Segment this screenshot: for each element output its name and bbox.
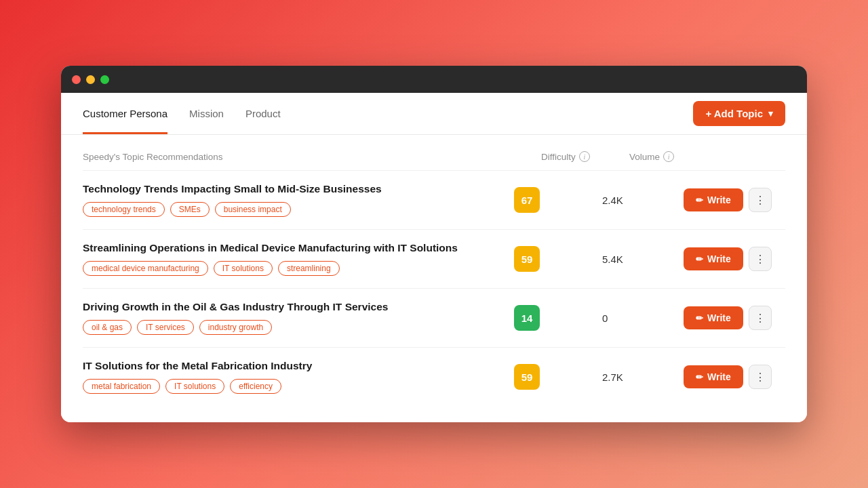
tabs-nav: Customer Persona Mission Product [83, 93, 281, 134]
more-icon: ⋮ [755, 371, 766, 384]
topic-tags: metal fabrication IT solutions efficienc… [83, 379, 514, 394]
write-button[interactable]: ✏ Write [684, 306, 743, 329]
topic-tags: oil & gas IT services industry growth [83, 320, 514, 335]
volume-value: 2.7K [602, 371, 684, 383]
more-icon: ⋮ [755, 312, 766, 325]
tag: metal fabrication [83, 379, 160, 394]
row-actions: ✏ Write ⋮ [684, 247, 785, 271]
tag: IT solutions [165, 379, 224, 394]
topic-title: IT Solutions for the Metal Fabrication I… [83, 360, 514, 372]
tag: oil & gas [83, 320, 132, 335]
difficulty-badge: 59 [514, 246, 540, 272]
difficulty-badge: 59 [514, 364, 540, 390]
volume-info-icon[interactable]: i [663, 151, 674, 162]
tabs-header: Customer Persona Mission Product + Add T… [61, 93, 807, 135]
tag: IT services [137, 320, 194, 335]
more-options-button[interactable]: ⋮ [749, 365, 772, 389]
topic-info: Streamlining Operations in Medical Devic… [83, 242, 514, 276]
volume-value: 5.4K [602, 253, 684, 265]
topic-title: Streamlining Operations in Medical Devic… [83, 242, 514, 254]
topic-title: Technology Trends Impacting Small to Mid… [83, 183, 514, 195]
table-row: Driving Growth in the Oil & Gas Industry… [83, 288, 785, 347]
tag: streamlining [278, 261, 340, 276]
table-row: Streamlining Operations in Medical Devic… [83, 229, 785, 288]
section-label: Speedy's Topic Recommendations [83, 152, 222, 162]
row-actions: ✏ Write ⋮ [684, 306, 785, 330]
table-row: IT Solutions for the Metal Fabrication I… [83, 347, 785, 406]
pencil-icon: ✏ [696, 254, 703, 264]
maximize-dot[interactable] [100, 75, 109, 84]
app-window: Customer Persona Mission Product + Add T… [61, 66, 807, 422]
titlebar [61, 66, 807, 93]
minimize-dot[interactable] [86, 75, 95, 84]
table-row: Technology Trends Impacting Small to Mid… [83, 170, 785, 229]
tag: technology trends [83, 202, 165, 217]
tag: medical device manufacturing [83, 261, 208, 276]
tag: business impact [215, 202, 291, 217]
topic-info: Technology Trends Impacting Small to Mid… [83, 183, 514, 217]
write-button[interactable]: ✏ Write [684, 247, 743, 270]
write-button[interactable]: ✏ Write [684, 365, 743, 388]
topic-tags: medical device manufacturing IT solution… [83, 261, 514, 276]
volume-column-header: Volume [629, 152, 660, 162]
pencil-icon: ✏ [696, 313, 703, 323]
topic-info: Driving Growth in the Oil & Gas Industry… [83, 301, 514, 335]
topic-info: IT Solutions for the Metal Fabrication I… [83, 360, 514, 394]
write-button[interactable]: ✏ Write [684, 188, 743, 211]
more-icon: ⋮ [755, 194, 766, 207]
table-header-row: Speedy's Topic Recommendations Difficult… [83, 146, 785, 170]
tab-customer-persona[interactable]: Customer Persona [83, 93, 167, 134]
row-actions: ✏ Write ⋮ [684, 188, 785, 212]
pencil-icon: ✏ [696, 195, 703, 205]
volume-value: 0 [602, 312, 684, 324]
row-actions: ✏ Write ⋮ [684, 365, 785, 389]
difficulty-badge: 67 [514, 187, 540, 213]
tag: industry growth [199, 320, 272, 335]
tag: IT solutions [214, 261, 273, 276]
more-options-button[interactable]: ⋮ [749, 306, 772, 330]
difficulty-info-icon[interactable]: i [579, 151, 590, 162]
more-options-button[interactable]: ⋮ [749, 247, 772, 271]
tab-mission[interactable]: Mission [189, 93, 224, 134]
tab-product[interactable]: Product [245, 93, 281, 134]
topic-table: Speedy's Topic Recommendations Difficult… [61, 135, 807, 422]
volume-value: 2.4K [602, 195, 684, 206]
close-dot[interactable] [72, 75, 81, 84]
topic-tags: technology trends SMEs business impact [83, 202, 514, 217]
add-topic-button[interactable]: + Add Topic ▾ [693, 101, 785, 126]
chevron-down-icon: ▾ [768, 108, 773, 119]
topic-title: Driving Growth in the Oil & Gas Industry… [83, 301, 514, 313]
main-content: Customer Persona Mission Product + Add T… [61, 93, 807, 422]
pencil-icon: ✏ [696, 372, 703, 382]
tag: SMEs [170, 202, 210, 217]
difficulty-badge: 14 [514, 305, 540, 331]
tag: efficiency [230, 379, 281, 394]
more-options-button[interactable]: ⋮ [749, 188, 772, 212]
difficulty-column-header: Difficulty [541, 152, 576, 162]
more-icon: ⋮ [755, 253, 766, 266]
